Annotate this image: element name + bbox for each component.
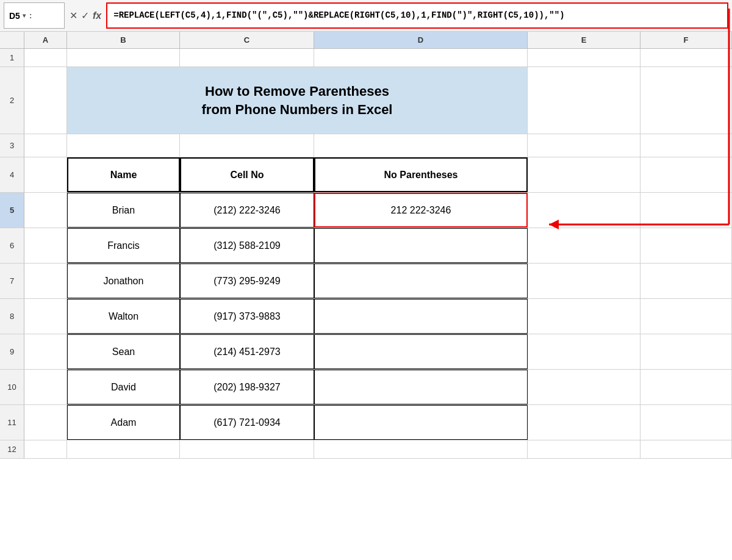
cell-d11[interactable] [314, 405, 528, 440]
cell-c8-phone[interactable]: (917) 373-9883 [180, 299, 314, 334]
row-num-4: 4 [0, 157, 24, 192]
cell-d5-result[interactable]: 212 222-3246 [314, 193, 528, 228]
column-headers-row: A B C D E F [0, 32, 732, 49]
cell-f11[interactable] [640, 405, 732, 440]
cell-c9-phone[interactable]: (214) 451-2973 [180, 334, 314, 369]
cell-f2[interactable] [640, 67, 732, 134]
cell-a5[interactable] [24, 193, 67, 228]
cell-c7-phone[interactable]: (773) 295-9249 [180, 264, 314, 298]
row-num-3: 3 [0, 134, 24, 157]
cell-f3[interactable] [640, 134, 732, 157]
cell-d8[interactable] [314, 299, 528, 334]
cell-f7[interactable] [640, 264, 732, 298]
cell-a10[interactable] [24, 370, 67, 404]
cell-f8[interactable] [640, 299, 732, 334]
formula-bar: D5 ▾ : ✕ ✓ fx =REPLACE(LEFT(C5,4),1,FIND… [0, 0, 732, 32]
cell-c12[interactable] [180, 440, 314, 458]
cell-a11[interactable] [24, 405, 67, 440]
formula-input[interactable]: =REPLACE(LEFT(C5,4),1,FIND("(",C5),"")&R… [106, 2, 728, 29]
cell-e10[interactable] [528, 370, 640, 404]
cell-f12[interactable] [640, 440, 732, 458]
cell-e1[interactable] [528, 49, 640, 66]
cell-a8[interactable] [24, 299, 67, 334]
row-num-5: 5 [0, 193, 24, 228]
confirm-icon[interactable]: ✓ [81, 10, 89, 21]
row-num-2: 2 [0, 67, 24, 134]
cell-a4[interactable] [24, 157, 67, 192]
cell-f6[interactable] [640, 228, 732, 263]
cell-c11-phone[interactable]: (617) 721-0934 [180, 405, 314, 440]
cell-e5[interactable] [528, 193, 640, 228]
cell-c3[interactable] [180, 134, 314, 157]
cell-b5-name[interactable]: Brian [67, 193, 180, 228]
cell-c10-phone[interactable]: (202) 198-9327 [180, 370, 314, 404]
row-num-11: 11 [0, 405, 24, 440]
cell-e2[interactable] [528, 67, 640, 134]
cell-b9-name[interactable]: Sean [67, 334, 180, 369]
cell-b1[interactable] [67, 49, 180, 66]
cell-d10[interactable] [314, 370, 528, 404]
cell-a9[interactable] [24, 334, 67, 369]
row-2: 2 How to Remove Parentheses from Phone N… [0, 67, 732, 134]
cell-reference-box[interactable]: D5 ▾ : [4, 2, 65, 29]
row-10: 10 David (202) 198-9327 [0, 370, 732, 405]
cell-e8[interactable] [528, 299, 640, 334]
col-header-e[interactable]: E [528, 32, 640, 48]
cell-b10-name[interactable]: David [67, 370, 180, 404]
col-header-b[interactable]: B [67, 32, 180, 48]
header-cell-no[interactable]: Cell No [180, 157, 314, 192]
cell-b11-name[interactable]: Adam [67, 405, 180, 440]
cell-e6[interactable] [528, 228, 640, 263]
cell-f1[interactable] [640, 49, 732, 66]
row-5: 5 Brian (212) 222-3246 212 222-3246 [0, 193, 732, 228]
cell-a12[interactable] [24, 440, 67, 458]
cell-e11[interactable] [528, 405, 640, 440]
cell-a3[interactable] [24, 134, 67, 157]
cell-e9[interactable] [528, 334, 640, 369]
col-header-d[interactable]: D [314, 32, 528, 48]
cell-d9[interactable] [314, 334, 528, 369]
cell-a1[interactable] [24, 49, 67, 66]
cell-b6-name[interactable]: Francis [67, 228, 180, 263]
header-no-parentheses[interactable]: No Parentheses [314, 157, 528, 192]
cell-d6[interactable] [314, 228, 528, 263]
row-6: 6 Francis (312) 588-2109 [0, 228, 732, 264]
row-num-8: 8 [0, 299, 24, 334]
cell-a7[interactable] [24, 264, 67, 298]
cell-b3[interactable] [67, 134, 180, 157]
cell-e12[interactable] [528, 440, 640, 458]
cell-b8-name[interactable]: Walton [67, 299, 180, 334]
cell-d3[interactable] [314, 134, 528, 157]
cell-e3[interactable] [528, 134, 640, 157]
cell-d7[interactable] [314, 264, 528, 298]
cancel-icon[interactable]: ✕ [70, 10, 77, 21]
cell-b12[interactable] [67, 440, 180, 458]
cell-e7[interactable] [528, 264, 640, 298]
col-header-c[interactable]: C [180, 32, 314, 48]
row-12: 12 [0, 440, 732, 459]
row-num-9: 9 [0, 334, 24, 369]
title-cell[interactable]: How to Remove Parentheses from Phone Num… [67, 67, 528, 134]
row-num-6: 6 [0, 228, 24, 263]
formula-bar-controls: ✕ ✓ fx [67, 2, 104, 29]
dropdown-arrow-icon[interactable]: ▾ [23, 12, 26, 19]
col-header-a[interactable]: A [24, 32, 67, 48]
cell-f4[interactable] [640, 157, 732, 192]
header-name[interactable]: Name [67, 157, 180, 192]
corner-cell [0, 32, 24, 48]
cell-f10[interactable] [640, 370, 732, 404]
cell-a6[interactable] [24, 228, 67, 263]
cell-c5-phone[interactable]: (212) 222-3246 [180, 193, 314, 228]
cell-c1[interactable] [180, 49, 314, 66]
row-num-10: 10 [0, 370, 24, 404]
cell-f5[interactable] [640, 193, 732, 228]
col-header-f[interactable]: F [640, 32, 732, 48]
cell-a2[interactable] [24, 67, 67, 134]
cell-e4[interactable] [528, 157, 640, 192]
cell-d1[interactable] [314, 49, 528, 66]
cell-b7-name[interactable]: Jonathon [67, 264, 180, 298]
row-9: 9 Sean (214) 451-2973 [0, 334, 732, 370]
cell-c6-phone[interactable]: (312) 588-2109 [180, 228, 314, 263]
cell-f9[interactable] [640, 334, 732, 369]
cell-d12[interactable] [314, 440, 528, 458]
